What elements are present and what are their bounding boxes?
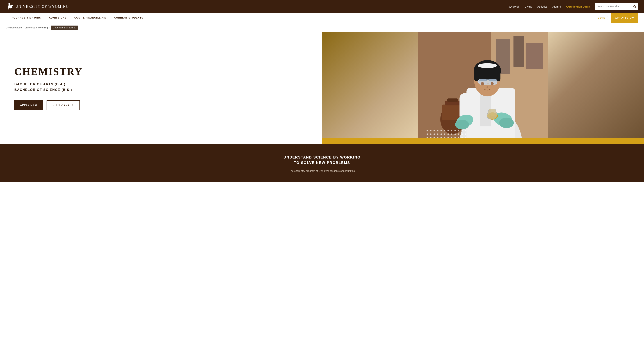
site-logo[interactable]: University of Wyoming <box>6 2 69 11</box>
svg-rect-19 <box>447 98 458 102</box>
bottom-section-description: The chemistry program at UW gives studen… <box>277 169 367 173</box>
svg-point-57 <box>434 134 435 135</box>
nav-programs-majors[interactable]: Programs & Majors <box>6 13 45 23</box>
hero-image-area <box>322 32 644 144</box>
svg-point-60 <box>444 134 446 135</box>
apply-to-uw-button[interactable]: Apply to UW <box>611 13 638 23</box>
hero-buttons: Apply Now Visit Campus <box>14 100 311 110</box>
page-title: CHEMISTRY <box>14 66 311 77</box>
svg-point-65 <box>461 134 463 135</box>
svg-point-59 <box>440 134 442 135</box>
main-nav: Programs & Majors Admissions Cost & Fina… <box>0 13 644 23</box>
svg-point-56 <box>430 134 432 135</box>
nav-cost-financial-aid[interactable]: Cost & Financial Aid <box>70 13 110 23</box>
svg-point-63 <box>454 134 456 135</box>
hero-image <box>322 32 644 144</box>
apply-now-button[interactable]: Apply Now <box>14 100 43 110</box>
svg-point-69 <box>434 137 435 138</box>
nav-wyoweb[interactable]: WyoWeb <box>508 5 520 8</box>
svg-point-62 <box>451 134 452 135</box>
svg-point-52 <box>458 130 459 131</box>
svg-rect-14 <box>514 36 524 67</box>
svg-rect-4 <box>8 8 9 10</box>
hero-left-content: CHEMISTRY Bachelor of Arts (B.A.) Bachel… <box>0 32 322 144</box>
svg-rect-5 <box>10 8 10 10</box>
nav-admissions[interactable]: Admissions <box>45 13 70 23</box>
bottom-section-title: UNDERSTAND SCIENCE BY WORKING TO SOLVE N… <box>14 155 630 165</box>
svg-point-49 <box>448 130 449 131</box>
svg-point-55 <box>427 134 428 135</box>
golden-bottom-accent <box>322 138 644 144</box>
svg-point-58 <box>437 134 438 135</box>
svg-point-68 <box>430 137 432 138</box>
svg-point-26 <box>455 120 469 129</box>
svg-point-43 <box>427 130 428 131</box>
search-button[interactable] <box>631 3 638 10</box>
main-nav-items: Programs & Majors Admissions Cost & Fina… <box>6 13 594 23</box>
nav-application-login[interactable]: +Application Login <box>566 5 590 8</box>
more-button[interactable]: MORE <box>594 17 611 20</box>
visit-campus-button[interactable]: Visit Campus <box>46 100 80 110</box>
svg-point-76 <box>458 137 459 138</box>
svg-point-50 <box>451 130 452 131</box>
search-bar <box>595 3 638 10</box>
nav-alumni[interactable]: Alumni <box>552 5 561 8</box>
svg-rect-9 <box>8 3 10 4</box>
svg-point-61 <box>448 134 449 135</box>
svg-point-46 <box>437 130 438 131</box>
breadcrumb-university[interactable]: University of Wyoming <box>25 26 48 29</box>
svg-point-71 <box>440 137 442 138</box>
svg-point-48 <box>444 130 446 131</box>
svg-rect-15 <box>526 43 543 69</box>
top-nav-links: WyoWeb Giving Athletics Alumni +Applicat… <box>508 3 638 10</box>
logo-text: University of Wyoming <box>16 5 69 9</box>
main-nav-right: MORE Apply to UW <box>594 13 638 23</box>
svg-point-51 <box>454 130 456 131</box>
svg-point-53 <box>461 130 463 131</box>
svg-point-75 <box>454 137 456 138</box>
svg-point-54 <box>465 130 466 131</box>
degree-bs: Bachelor of Science (B.S.) <box>14 88 311 92</box>
more-dots-icon <box>607 17 608 20</box>
breadcrumb-uw-homepage[interactable]: UW Homepage <box>6 26 22 29</box>
svg-rect-37 <box>487 80 489 83</box>
bottom-section: UNDERSTAND SCIENCE BY WORKING TO SOLVE N… <box>0 144 644 182</box>
breadcrumb-separator-1: › <box>23 27 24 29</box>
top-nav-bar: University of Wyoming WyoWeb Giving Athl… <box>0 0 644 13</box>
svg-point-44 <box>430 130 432 131</box>
hero-section: CHEMISTRY Bachelor of Arts (B.A.) Bachel… <box>0 32 644 144</box>
svg-point-45 <box>434 130 435 131</box>
breadcrumb-separator-2: › <box>49 27 50 29</box>
svg-point-66 <box>465 134 466 135</box>
degree-ba: Bachelor of Arts (B.A.) <box>14 82 311 86</box>
svg-point-78 <box>465 137 466 138</box>
more-label: MORE <box>598 17 606 19</box>
svg-point-64 <box>458 134 459 135</box>
svg-point-74 <box>451 137 452 138</box>
nav-current-students[interactable]: Current Students <box>110 13 147 23</box>
svg-point-70 <box>437 137 438 138</box>
svg-point-33 <box>478 63 497 68</box>
svg-point-40 <box>481 82 484 85</box>
search-input[interactable] <box>595 3 631 10</box>
search-icon <box>633 5 636 8</box>
svg-point-67 <box>427 137 428 138</box>
svg-point-47 <box>440 130 442 131</box>
uw-logo-icon <box>6 2 14 11</box>
lab-scene-illustration <box>322 32 644 144</box>
svg-point-28 <box>499 118 514 128</box>
svg-point-72 <box>444 137 446 138</box>
svg-point-42 <box>486 86 488 88</box>
svg-point-41 <box>491 82 494 85</box>
svg-point-73 <box>448 137 449 138</box>
svg-point-77 <box>461 137 463 138</box>
breadcrumb-current-page: Chemistry B.A. & B.S. <box>51 26 78 30</box>
breadcrumb: UW Homepage › University of Wyoming › Ch… <box>0 23 644 32</box>
nav-giving[interactable]: Giving <box>524 5 532 8</box>
nav-athletics[interactable]: Athletics <box>537 5 548 8</box>
